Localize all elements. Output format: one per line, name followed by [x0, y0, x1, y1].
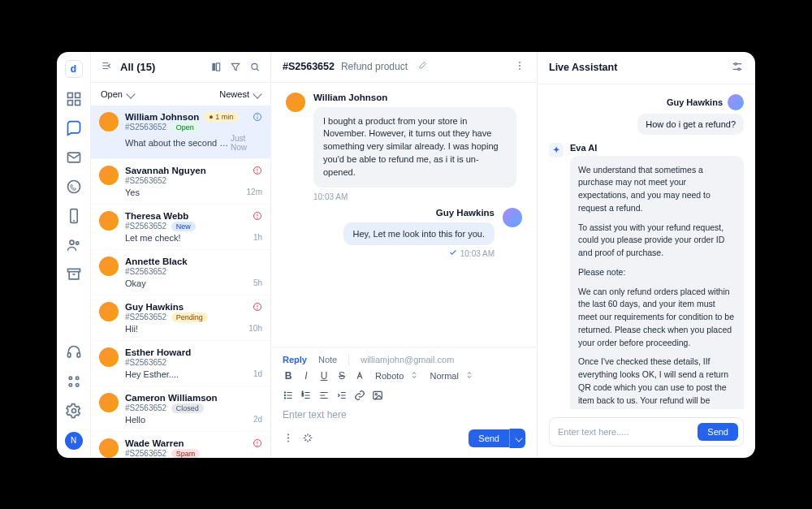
phone-icon[interactable] [66, 208, 82, 224]
ai-suggest-icon[interactable] [302, 431, 313, 445]
assistant-bot-message: ✦ Eva AI We understand that sometimes a … [549, 143, 744, 409]
font-select-label: Roboto [375, 371, 404, 381]
assistant-user-name: Guy Hawkins [667, 97, 723, 107]
conversation-item[interactable]: Savannah Nguyen #S2563652 Yes 12m [91, 159, 270, 205]
underline-icon[interactable]: U [318, 370, 330, 382]
svg-point-45 [284, 391, 285, 392]
contact-avatar [99, 211, 119, 231]
current-user-avatar[interactable]: N [65, 432, 83, 450]
contact-avatar [99, 112, 119, 132]
align-left-icon[interactable] [318, 390, 330, 401]
italic-icon[interactable]: I [300, 370, 312, 382]
assistant-send-button[interactable]: Send [698, 423, 738, 441]
thread-panel: #S2563652 Refund product William Johnson… [271, 52, 538, 458]
assistant-body[interactable]: Guy Hawkins How do i get a refund? ✦ Eva… [538, 84, 755, 409]
paragraph-select-label: Normal [430, 371, 458, 381]
svg-point-47 [284, 395, 285, 395]
mail-icon[interactable] [66, 149, 82, 166]
composer-more-icon[interactable] [283, 431, 294, 445]
conversation-item[interactable]: Esther Howard #S2563652 Hey Esther.... 1… [91, 341, 270, 386]
message-snippet: Hii! [125, 324, 138, 334]
tab-reply[interactable]: Reply [283, 355, 307, 364]
settings-icon[interactable] [66, 403, 82, 419]
svg-point-9 [76, 241, 78, 244]
conversation-list[interactable]: William Johnson ● 1 min #S2563652 Open W… [91, 106, 270, 458]
agent-message: Hey, Let me look into this for you. [343, 222, 495, 245]
layout-icon[interactable] [210, 60, 222, 74]
send-button[interactable]: Send [469, 429, 509, 447]
chevron-down-icon [253, 89, 261, 98]
status-filter[interactable]: Open [101, 89, 134, 99]
message-time: 2d [253, 415, 262, 424]
list-number-icon[interactable]: 12 [300, 390, 312, 401]
ticket-ref: #S2563652 [125, 176, 166, 185]
svg-point-15 [76, 377, 78, 379]
font-select[interactable]: Roboto [374, 370, 420, 382]
filter-icon[interactable] [230, 60, 241, 74]
composer-input[interactable] [283, 406, 525, 429]
svg-point-66 [287, 441, 289, 442]
svg-point-24 [252, 63, 257, 69]
link-icon[interactable] [354, 390, 365, 401]
contact-avatar [99, 438, 119, 458]
list-bullet-icon[interactable] [283, 390, 294, 401]
dashboard-icon[interactable] [66, 91, 82, 107]
svg-point-8 [70, 240, 74, 244]
paragraph-select[interactable]: Normal [428, 370, 474, 382]
svg-point-14 [69, 377, 71, 379]
apps-icon[interactable] [66, 373, 82, 390]
assistant-settings-icon[interactable] [731, 60, 744, 75]
svg-text:2: 2 [302, 394, 304, 397]
search-icon[interactable] [249, 60, 261, 74]
conversation-item[interactable]: Cameron Williamson #S2563652 Closed Hell… [91, 386, 270, 432]
thread-body[interactable]: William Johnson I bought a product from … [271, 83, 537, 347]
message-time: Just Now [231, 134, 262, 152]
conversation-item[interactable]: Guy Hawkins #S2563652 Pending Hii! 10h [91, 295, 270, 341]
conversation-item[interactable]: Annette Black #S2563652 Okay 5h [91, 250, 270, 295]
bot-answer: We understand that sometimes a purchase … [570, 156, 744, 409]
bot-paragraph: Once I've checked these details, IIf eve… [578, 356, 736, 408]
app-logo-letter: d [71, 63, 76, 75]
strike-icon[interactable]: S [336, 370, 348, 382]
svg-point-37 [257, 308, 258, 309]
conversation-item[interactable]: Theresa Webb #S2563652 New Let me check!… [91, 205, 270, 250]
thread-more-icon[interactable] [514, 60, 525, 74]
contact-avatar [99, 257, 119, 276]
status-badge: New [171, 222, 196, 231]
archive-icon[interactable] [66, 266, 82, 283]
conversation-item[interactable]: William Johnson ● 1 min #S2563652 Open W… [91, 106, 270, 159]
sort-filter-label: Newest [219, 89, 249, 99]
bot-paragraph: We can only refund orders placed within … [578, 286, 736, 350]
panel-collapse-icon[interactable] [101, 60, 112, 74]
image-icon[interactable] [372, 390, 383, 401]
tab-note[interactable]: Note [318, 355, 337, 364]
message-time: 1h [253, 233, 262, 242]
whatsapp-icon[interactable] [66, 179, 82, 195]
svg-point-43 [519, 68, 520, 70]
edit-subject-icon[interactable] [417, 61, 427, 73]
ticket-ref: #S2563652 [125, 123, 166, 132]
svg-point-63 [375, 393, 377, 395]
contacts-icon[interactable] [66, 237, 82, 253]
text-color-icon[interactable] [354, 370, 365, 382]
inbox-icon[interactable] [66, 120, 82, 136]
chevron-down-icon [515, 434, 522, 442]
headset-icon[interactable] [66, 344, 82, 360]
indent-icon[interactable] [336, 390, 348, 401]
recipient-email: williamjohn@gmail.com [361, 355, 454, 364]
nav-rail: d N [57, 52, 91, 458]
assistant-input[interactable] [558, 427, 691, 437]
app-logo[interactable]: d [65, 60, 83, 78]
contact-avatar [99, 393, 119, 412]
message-time: 1d [253, 369, 262, 378]
status-badge: Open [171, 123, 199, 132]
assistant-user-message: Guy Hawkins How do i get a refund? [549, 94, 744, 135]
editor-toolbar: B I U S Roboto Normal 12 [283, 370, 525, 401]
bold-icon[interactable]: B [283, 370, 294, 382]
current-user-initial: N [71, 436, 76, 445]
conversation-item[interactable]: Wade Warren #S2563652 Spam Hey 5d [91, 432, 270, 458]
sort-filter[interactable]: Newest [219, 89, 261, 99]
contact-name: Cameron Williamson [125, 393, 218, 403]
send-dropdown[interactable] [509, 429, 525, 448]
message-snippet: Okay [125, 278, 146, 288]
